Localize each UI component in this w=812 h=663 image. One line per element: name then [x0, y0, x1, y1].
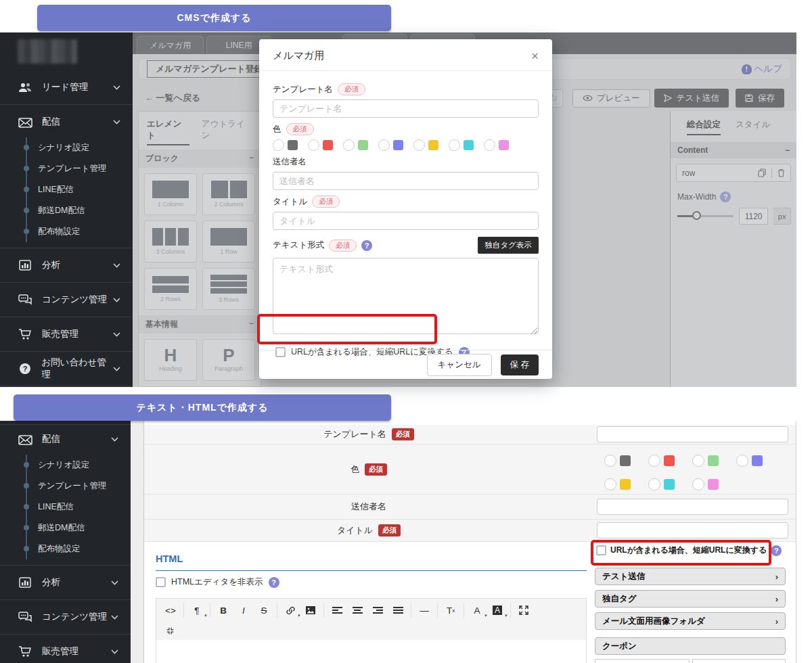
help-link[interactable]: ! ヘルプ — [742, 63, 782, 75]
question-icon[interactable]: ? — [720, 191, 731, 202]
partial-input[interactable] — [692, 659, 786, 663]
collapse-icon[interactable]: − — [785, 145, 790, 155]
color-option-purple[interactable] — [736, 455, 763, 467]
paragraph-format-icon[interactable]: ¶▾ — [187, 600, 207, 620]
tab-general-settings[interactable]: 総合設定 — [687, 119, 721, 135]
title-input[interactable] — [597, 522, 788, 539]
element-paragraph[interactable]: P Paragraph — [202, 339, 255, 381]
block-3-rows[interactable]: 3 Rows — [202, 268, 255, 310]
bold-icon[interactable]: B — [213, 600, 233, 620]
custom-tag-view-button[interactable]: 独自タグ表示 — [478, 237, 539, 254]
sidebar-item-sales[interactable]: 販売管理 — [0, 320, 133, 348]
collapse-icon[interactable]: − — [249, 319, 254, 330]
selected-node-row[interactable]: row — [676, 164, 791, 182]
strikethrough-icon[interactable]: S — [254, 600, 274, 620]
sidebar-item-delivery[interactable]: 配信 — [0, 108, 133, 136]
sidebar-item-scenario[interactable]: シナリオ設定 — [27, 455, 131, 476]
tab-mailmag[interactable]: メルマガ用 — [137, 36, 204, 54]
section-block[interactable]: ブロック − — [139, 150, 261, 168]
modal-save-button[interactable]: 保 存 — [501, 355, 539, 375]
color-option-gray[interactable] — [604, 455, 631, 467]
template-name-input[interactable] — [597, 426, 788, 442]
slider-knob[interactable] — [692, 211, 701, 220]
cancel-button[interactable]: キャンセル — [427, 354, 492, 376]
align-right-icon[interactable] — [367, 600, 388, 620]
text-format-textarea[interactable] — [273, 258, 539, 334]
sidebar-item-inquiry[interactable]: ? お問い合わせ管理 — [0, 355, 133, 383]
tab-elements[interactable]: エレメント — [147, 118, 189, 145]
fullscreen-icon[interactable] — [514, 600, 534, 620]
italic-icon[interactable]: I — [233, 600, 254, 620]
question-icon[interactable]: ? — [771, 545, 782, 556]
save-button[interactable]: 保存 — [736, 89, 784, 108]
color-option-cyan[interactable] — [648, 478, 675, 490]
text-color-icon[interactable]: A▾ — [467, 600, 487, 620]
partial-input[interactable] — [595, 659, 690, 663]
code-view-icon[interactable]: <> — [160, 600, 181, 620]
background-color-icon[interactable]: A▾ — [487, 600, 508, 620]
shorten-url-checkbox[interactable] — [596, 545, 606, 555]
preview-button[interactable]: プレビュー — [572, 89, 650, 108]
color-option-red[interactable] — [648, 455, 675, 467]
color-option-green[interactable] — [692, 455, 719, 467]
sidebar-item-lead[interactable]: リード管理 — [0, 73, 133, 101]
sidebar-item-analytics[interactable]: 分析 — [0, 568, 131, 597]
block-2-rows[interactable]: 2 Rows — [144, 268, 197, 310]
color-option-gray[interactable] — [273, 139, 298, 151]
color-option-purple[interactable] — [378, 139, 403, 151]
align-left-icon[interactable] — [327, 600, 347, 620]
collapse-icon[interactable]: − — [249, 153, 254, 164]
tab-style[interactable]: スタイル — [736, 119, 770, 135]
back-to-list-link[interactable]: ← 一覧へ戻る — [145, 92, 200, 104]
clear-format-icon[interactable]: Tx — [441, 600, 461, 620]
copy-icon[interactable] — [758, 168, 766, 177]
max-width-slider[interactable] — [677, 215, 734, 217]
sidebar-item-template[interactable]: テンプレート管理 — [27, 476, 131, 497]
hide-editor-checkbox[interactable] — [156, 577, 166, 587]
align-justify-icon[interactable] — [388, 600, 408, 620]
sidebar-item-contents[interactable]: コンテンツ管理 — [0, 603, 131, 631]
accordion-image-folder[interactable]: メール文面用画像フォルダ› — [595, 612, 786, 630]
content-section-header[interactable]: Content − — [671, 142, 796, 158]
sidebar-item-analytics[interactable]: 分析 — [0, 251, 133, 279]
sidebar-item-line[interactable]: LINE配信 — [27, 497, 131, 518]
max-width-value[interactable]: 1120 — [739, 208, 768, 225]
rich-text-content[interactable] — [156, 640, 587, 663]
color-option-pink[interactable] — [484, 139, 509, 151]
compress-icon[interactable] — [163, 624, 177, 638]
horizontal-rule-icon[interactable]: — — [414, 600, 434, 620]
sidebar-item-delivery[interactable]: 配信 — [0, 425, 131, 453]
tab-outline[interactable]: アウトライン — [202, 118, 252, 145]
sender-input[interactable] — [273, 172, 539, 190]
image-icon[interactable] — [300, 600, 321, 620]
element-heading[interactable]: H Heading — [144, 339, 197, 381]
sidebar-item-scenario[interactable]: シナリオ設定 — [27, 137, 133, 158]
question-icon[interactable]: ? — [361, 240, 372, 251]
color-option-pink[interactable] — [692, 478, 719, 490]
title-input[interactable] — [273, 212, 539, 230]
section-basic[interactable]: 基本情報 − — [139, 315, 261, 334]
color-option-yellow[interactable] — [604, 478, 631, 490]
block-1-column[interactable]: 1 Column — [144, 173, 197, 215]
align-center-icon[interactable] — [347, 600, 367, 620]
accordion-custom-tag[interactable]: 独自タグ› — [595, 590, 786, 608]
sender-input[interactable] — [597, 499, 788, 515]
sidebar-item-distribution[interactable]: 配布物設定 — [27, 539, 131, 559]
sidebar-item-line[interactable]: LINE配信 — [27, 179, 133, 200]
color-option-yellow[interactable] — [413, 139, 438, 151]
sidebar-item-distribution[interactable]: 配布物設定 — [27, 221, 133, 242]
template-name-input[interactable] — [273, 99, 539, 118]
sidebar-item-contents[interactable]: コンテンツ管理 — [0, 285, 133, 314]
block-3-columns[interactable]: 3 Columns — [144, 221, 197, 262]
block-1-row[interactable]: 1 Row — [202, 221, 255, 262]
block-2-columns[interactable]: 2 Columns — [202, 173, 255, 215]
sidebar-item-template[interactable]: テンプレート管理 — [27, 158, 133, 179]
accordion-coupon[interactable]: クーポン — [595, 637, 786, 655]
sidebar-item-dm[interactable]: 郵送DM配信 — [27, 200, 133, 221]
accordion-test-send[interactable]: テスト送信› — [595, 568, 786, 585]
sidebar-item-sales[interactable]: 販売管理 — [0, 637, 131, 663]
color-option-green[interactable] — [343, 139, 368, 151]
sidebar-item-dm[interactable]: 郵送DM配信 — [27, 518, 131, 539]
color-option-cyan[interactable] — [449, 139, 474, 151]
color-option-red[interactable] — [308, 139, 333, 151]
